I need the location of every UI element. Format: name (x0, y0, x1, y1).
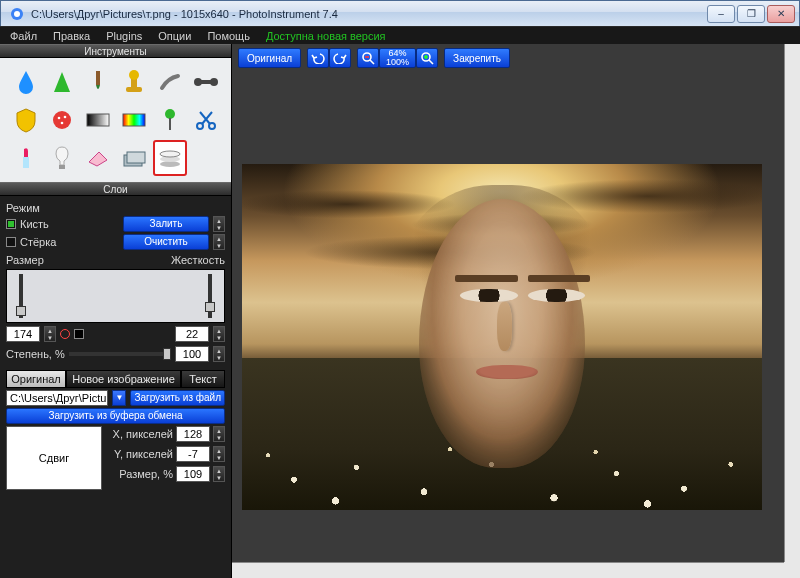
svg-point-15 (165, 109, 175, 119)
clear-stepper[interactable]: ▲▼ (213, 234, 225, 250)
scale-stepper[interactable]: ▲▼ (213, 466, 225, 482)
svg-rect-3 (126, 87, 142, 92)
menu-edit[interactable]: Правка (47, 29, 96, 43)
tool-pin[interactable] (153, 102, 187, 138)
eraser-checkbox[interactable] (6, 237, 16, 247)
hardness-value[interactable]: 22 (175, 326, 209, 342)
shift-pad[interactable]: Сдвиг (6, 426, 102, 490)
image-eye-left (460, 289, 517, 303)
menu-help[interactable]: Помощь (201, 29, 256, 43)
tool-lipstick[interactable] (9, 140, 43, 176)
tool-bw-gradient[interactable] (81, 102, 115, 138)
size-value[interactable]: 174 (6, 326, 40, 342)
brush-label: Кисть (20, 218, 49, 230)
tool-stamp[interactable] (117, 64, 151, 100)
brush-shape-square[interactable] (74, 329, 84, 339)
svg-point-5 (129, 70, 139, 80)
image-nose (497, 302, 513, 350)
degree-stepper[interactable]: ▲▼ (213, 346, 225, 362)
clear-button[interactable]: Очистить (123, 234, 209, 250)
tools-panel-header: Инструменты (0, 44, 231, 58)
image-brow-left (455, 275, 517, 282)
pin-button[interactable]: Закрепить (444, 48, 510, 68)
image-brow-right (528, 275, 590, 282)
x-value[interactable]: 128 (176, 426, 210, 442)
svg-point-1 (14, 11, 20, 17)
layers-panel: Режим Кисть Залить ▲▼ Стёрка Очистить ▲▼… (0, 196, 231, 496)
svg-rect-19 (23, 157, 29, 168)
tool-smudge[interactable] (153, 64, 187, 100)
tool-dumbbell[interactable] (189, 64, 223, 100)
tool-layers[interactable] (153, 140, 187, 176)
tool-scissors[interactable] (189, 102, 223, 138)
tool-cone[interactable] (45, 64, 79, 100)
tool-bulb[interactable] (45, 140, 79, 176)
zoom-out-button[interactable] (357, 48, 379, 68)
brush-checkbox[interactable] (6, 219, 16, 229)
file-path-dropdown[interactable]: ▼ (112, 390, 126, 406)
window-title: C:\Users\Друг\Pictures\т.png - 1015x640 … (31, 8, 707, 20)
size-stepper[interactable]: ▲▼ (44, 326, 56, 342)
menu-plugins[interactable]: Plugins (100, 29, 148, 43)
maximize-button[interactable]: ❐ (737, 5, 765, 23)
y-value[interactable]: -7 (176, 446, 210, 462)
original-button[interactable]: Оригинал (238, 48, 301, 68)
degree-value[interactable]: 100 (175, 346, 209, 362)
hardness-stepper[interactable]: ▲▼ (213, 326, 225, 342)
tool-bills[interactable] (117, 140, 151, 176)
size-slider-thumb[interactable] (16, 306, 26, 316)
x-label: X, пикселей (113, 428, 173, 440)
menu-file[interactable]: Файл (4, 29, 43, 43)
mode-label: Режим (6, 202, 225, 214)
redo-button[interactable] (329, 48, 351, 68)
minimize-button[interactable]: – (707, 5, 735, 23)
tool-shield[interactable] (9, 102, 43, 138)
svg-point-11 (63, 116, 66, 119)
tab-new-image[interactable]: Новое изображение (66, 370, 181, 388)
zoom-in-button[interactable] (416, 48, 438, 68)
degree-slider[interactable] (69, 352, 171, 356)
layers-panel-header: Слои (0, 182, 231, 196)
image-lips (476, 365, 538, 379)
vertical-scrollbar[interactable] (784, 44, 800, 562)
brush-shape-circle[interactable] (60, 329, 70, 339)
tab-text[interactable]: Текст (181, 370, 225, 388)
x-stepper[interactable]: ▲▼ (213, 426, 225, 442)
load-file-button[interactable]: Загрузить из файл (130, 390, 225, 406)
close-button[interactable]: ✕ (767, 5, 795, 23)
svg-point-12 (60, 122, 63, 125)
app-icon (9, 6, 25, 22)
scroll-corner (784, 562, 800, 578)
fill-stepper[interactable]: ▲▼ (213, 216, 225, 232)
svg-point-10 (57, 117, 60, 120)
menu-options[interactable]: Опции (152, 29, 197, 43)
scale-value[interactable]: 109 (176, 466, 210, 482)
file-path-combo[interactable]: C:\Users\Друг\Pictures\foto na ▾ (6, 390, 108, 406)
svg-rect-16 (169, 118, 171, 130)
hardness-slider-thumb[interactable] (205, 302, 215, 312)
zoom-display[interactable]: 64%100% (379, 48, 416, 68)
undo-button[interactable] (307, 48, 329, 68)
canvas-toolbar: Оригинал 64%100% Закрепить (238, 48, 510, 68)
hardness-label: Жесткость (171, 254, 225, 266)
fill-button[interactable]: Залить (123, 216, 209, 232)
svg-rect-14 (123, 114, 145, 126)
y-stepper[interactable]: ▲▼ (213, 446, 225, 462)
window-titlebar: C:\Users\Друг\Pictures\т.png - 1015x640 … (0, 0, 800, 26)
svg-point-9 (53, 111, 71, 129)
tool-grid (0, 58, 231, 182)
tab-original[interactable]: Оригинал (6, 370, 66, 388)
tool-eraser[interactable] (81, 140, 115, 176)
load-clipboard-button[interactable]: Загрузить из буфера обмена (6, 408, 225, 424)
tool-droplet[interactable] (9, 64, 43, 100)
svg-point-25 (160, 151, 180, 157)
tool-color-gradient[interactable] (117, 102, 151, 138)
tool-denoise[interactable] (45, 102, 79, 138)
canvas-image[interactable] (242, 164, 762, 510)
size-label: Размер (6, 254, 44, 266)
y-label: Y, пикселей (114, 448, 173, 460)
horizontal-scrollbar[interactable] (232, 562, 784, 578)
update-link[interactable]: Доступна новая версия (260, 29, 392, 43)
degree-label: Степень, % (6, 348, 65, 360)
tool-brush[interactable] (81, 64, 115, 100)
